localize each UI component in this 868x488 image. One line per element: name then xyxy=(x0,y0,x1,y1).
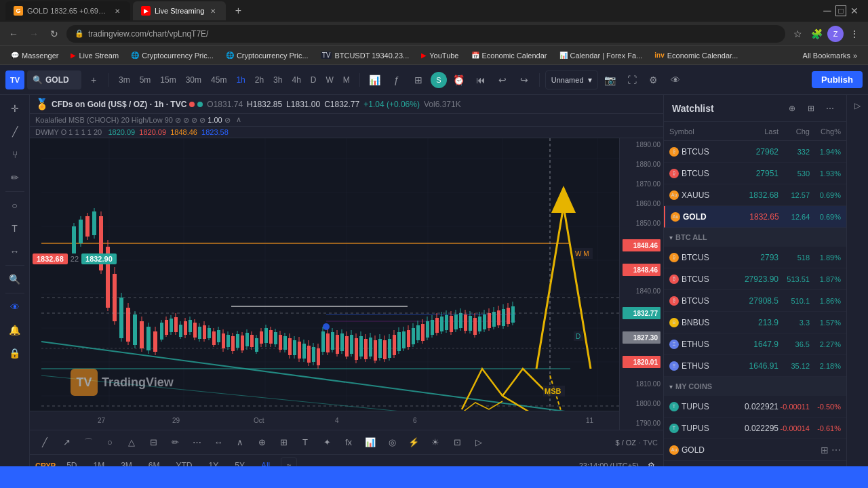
sidebar-collapse[interactable]: ▷ xyxy=(850,98,866,114)
period-5d[interactable]: 5D xyxy=(61,459,82,467)
layout-selector[interactable]: Unnamed ▾ xyxy=(545,70,598,89)
tab-gold-close[interactable]: ✕ xyxy=(113,6,122,16)
chart-canvas-area[interactable]: W M D MSB xyxy=(30,138,663,430)
forward-button[interactable]: → xyxy=(26,26,42,42)
period-1m[interactable]: 1M xyxy=(88,459,111,467)
wl-row-btcus5[interactable]: ₿BTCUS 27908.5 510.1 1.86% xyxy=(664,290,846,312)
tool-up[interactable]: ∧ xyxy=(231,433,250,452)
brush-tool[interactable]: ✏ xyxy=(4,167,26,188)
shape-tool[interactable]: ○ xyxy=(4,195,26,216)
period-ytd[interactable]: YTD xyxy=(171,459,198,467)
fullscreen-button[interactable]: ⛶ xyxy=(623,70,642,89)
close-button[interactable]: ✕ xyxy=(849,5,860,16)
wl-row-btcus2[interactable]: ₿BTCUS 27951 530 1.93% xyxy=(664,163,846,184)
bookmark-livestream[interactable]: ▶ Live Stream xyxy=(65,48,124,63)
cursor-tool[interactable]: ✛ xyxy=(4,98,26,119)
symbol-search[interactable]: 🔍 GOLD xyxy=(27,70,81,89)
interval-m[interactable]: M xyxy=(339,73,354,87)
add-symbol-button[interactable]: + xyxy=(84,70,103,89)
strategy-button[interactable]: S xyxy=(431,72,447,88)
wl-row-gold[interactable]: AuGOLD 1832.65 12.64 0.69% xyxy=(664,206,846,228)
replay-back-button[interactable]: ⏮ xyxy=(471,70,490,89)
interval-3m[interactable]: 3m xyxy=(115,73,134,87)
tool-pencil[interactable]: ✏ xyxy=(165,433,184,452)
tool-star[interactable]: ✦ xyxy=(317,433,336,452)
compare-button[interactable]: 👁 xyxy=(666,70,685,89)
annotation-tool[interactable]: T xyxy=(4,218,26,239)
interval-1h[interactable]: 1h xyxy=(232,73,249,87)
bookmark-forexfac[interactable]: 📊 Calendar | Forex Fa... xyxy=(554,48,648,63)
settings-button[interactable]: ⚙ xyxy=(644,70,663,89)
watchlist-expand[interactable]: ⊕ xyxy=(784,100,800,117)
tool-text[interactable]: T xyxy=(296,433,315,452)
tool-sun[interactable]: ☀ xyxy=(426,433,445,452)
period-1y[interactable]: 1Y xyxy=(203,459,224,467)
tab-streaming[interactable]: ▶ Live Streaming ✕ xyxy=(133,1,226,20)
tool-indicator[interactable]: fx xyxy=(339,433,358,452)
wl-row-gold2[interactable]: AuGOLD ⊞ ⋯ xyxy=(664,439,846,461)
tool-triangle[interactable]: △ xyxy=(122,433,141,452)
wl-row-xauus[interactable]: AuXAUUS 1832.68 12.57 0.69% xyxy=(664,184,846,206)
trend-line-tool[interactable]: ╱ xyxy=(4,121,26,142)
tool-grid[interactable]: ⊞ xyxy=(274,433,293,452)
watchlist-icon[interactable]: 👁 xyxy=(4,296,26,318)
bookmark-massenger[interactable]: 💬 Massenger xyxy=(5,48,64,63)
tool-more[interactable]: ⋯ xyxy=(187,433,206,452)
undo-button[interactable]: ↩ xyxy=(493,70,512,89)
tool-cross[interactable]: ⊕ xyxy=(252,433,271,452)
zoom-tool[interactable]: 🔍 xyxy=(4,268,26,290)
extensions-button[interactable]: 🧩 xyxy=(808,26,825,42)
bookmark-youtube[interactable]: ▶ YouTube xyxy=(416,48,464,63)
pitchfork-tool[interactable]: ⑂ xyxy=(4,144,26,165)
tool-lightning[interactable]: ⚡ xyxy=(404,433,423,452)
tab-gold[interactable]: G GOLD 1832.65 +0.69% Unna... ✕ xyxy=(5,1,130,20)
tool-circle[interactable]: ○ xyxy=(100,433,119,452)
compare-symbol-button[interactable]: ≈ xyxy=(281,458,297,467)
interval-2h[interactable]: 2h xyxy=(251,73,268,87)
indicator-collapse[interactable]: ∧ xyxy=(236,115,245,125)
url-box[interactable]: 🔒 tradingview.com/chart/vpLnqT7E/ xyxy=(66,25,785,43)
bookmark-all[interactable]: All Bookmarks » xyxy=(797,48,863,63)
interval-w[interactable]: W xyxy=(321,73,337,87)
wl-row-ethus2[interactable]: ΞETHUS 1646.91 35.12 2.18% xyxy=(664,355,846,377)
profile-button[interactable]: Z xyxy=(827,26,844,42)
tool-chart-type[interactable]: 📊 xyxy=(361,433,380,452)
alerts-sidebar[interactable]: 🔔 xyxy=(4,319,26,341)
interval-4h[interactable]: 4h xyxy=(288,73,304,87)
alerts-button[interactable]: ⏰ xyxy=(450,70,469,89)
interval-45m[interactable]: 45m xyxy=(207,73,231,87)
reload-button[interactable]: ↻ xyxy=(46,26,62,42)
tool-fib[interactable]: ⊟ xyxy=(144,433,163,452)
interval-15m[interactable]: 15m xyxy=(156,73,180,87)
tool-measure[interactable]: ↔ xyxy=(209,433,228,452)
interval-5m[interactable]: 5m xyxy=(136,73,155,87)
tool-curve[interactable]: ⌒ xyxy=(79,433,98,452)
gold2-more-icon[interactable]: ⋯ xyxy=(831,445,841,455)
maximize-button[interactable]: □ xyxy=(835,5,846,16)
tab-streaming-close[interactable]: ✕ xyxy=(208,6,218,16)
wl-row-bnbus[interactable]: BBNBUS 213.9 3.3 1.57% xyxy=(664,312,846,333)
wl-row-btcus1[interactable]: ₿BTCUS 27962 332 1.94% xyxy=(664,141,846,163)
chart-type-button[interactable]: 📊 xyxy=(366,70,384,89)
new-tab-button[interactable]: + xyxy=(229,1,248,20)
bookmark-crypto2[interactable]: 🌐 Cryptocurrency Pric... xyxy=(220,48,314,63)
tool-target[interactable]: ◎ xyxy=(382,433,401,452)
templates-button[interactable]: ⊞ xyxy=(409,70,428,89)
indicators-button[interactable]: ƒ xyxy=(387,70,406,89)
period-6m[interactable]: 6M xyxy=(143,459,165,467)
tool-box[interactable]: ⊡ xyxy=(448,433,467,452)
bookmark-crypto1[interactable]: 🌐 Cryptocurrency Pric... xyxy=(125,48,219,63)
interval-d[interactable]: D xyxy=(307,73,321,87)
settings-small[interactable]: ⚙ xyxy=(644,459,658,467)
publish-button[interactable]: Publish xyxy=(812,71,863,88)
wl-row-ethus1[interactable]: ΞETHUS 1647.9 36.5 2.27% xyxy=(664,333,846,355)
period-all[interactable]: All xyxy=(256,459,275,467)
lock-icon[interactable]: 🔒 xyxy=(4,342,26,364)
camera-button[interactable]: 📷 xyxy=(601,70,620,89)
wl-row-btcus3[interactable]: ₿BTCUS 2793 518 1.89% xyxy=(664,247,846,268)
minimize-button[interactable]: ─ xyxy=(822,5,833,16)
bookmark-investing[interactable]: inv Economic Calendar... xyxy=(649,48,743,63)
period-3m[interactable]: 3M xyxy=(115,459,138,467)
bookmark-btcusdt[interactable]: TV BTCUSDT 19340.23... xyxy=(315,48,415,63)
tool-arrow[interactable]: ↗ xyxy=(57,433,76,452)
